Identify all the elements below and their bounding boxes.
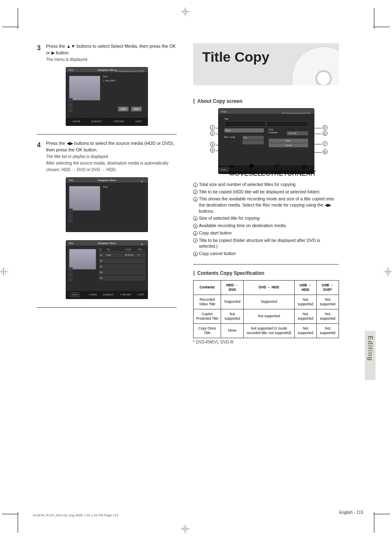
size-bar	[224, 121, 308, 127]
callout-4: 4	[210, 148, 215, 153]
step-3: 3 Press the ▲▼ buttons to select Select …	[37, 43, 177, 63]
move-icon: ⇔ MOVE	[72, 120, 80, 123]
anykey-button[interactable]: Anykey	[219, 168, 229, 171]
table-cell: Move	[221, 323, 244, 338]
size-val	[242, 140, 264, 144]
ui-screenshot-copy: Copy Free Recording 01:35 SP Title Dive	[218, 108, 314, 174]
step-note2: After selecting the source media, destin…	[46, 161, 168, 172]
table-cell: Not supported	[316, 309, 339, 323]
callout-3: 3	[210, 142, 215, 147]
crop-mark	[374, 8, 374, 29]
source-title: Dive	[224, 128, 264, 132]
source-row: Dive	[224, 128, 264, 132]
thumb-title: Dive	[103, 75, 145, 78]
cancel-button[interactable]: Cancel	[269, 143, 308, 147]
hdd-button[interactable]: HDD	[118, 107, 129, 111]
ui-screenshot-title-list: Title Navigation Menu No. Title	[66, 240, 148, 299]
table-header: DVD → HDD	[244, 280, 295, 295]
registration-mark	[181, 525, 190, 534]
free-rec-time: 01:35	[135, 70, 141, 72]
table-cell: Not supported	[316, 295, 339, 309]
legend-item: 7Title to be copied (folder structure wi…	[193, 237, 339, 249]
panel-title: Navigation Menu	[97, 178, 116, 183]
table-row[interactable]: 04	[99, 270, 145, 275]
crop-mark	[374, 514, 390, 514]
sidebar-icons	[69, 98, 73, 113]
footer-path: 01187A_R125_XEU-02_eng 2005.7.26 1:28 PM…	[33, 513, 118, 517]
select-icon: ✽ SELECT	[91, 120, 101, 123]
clock-icon	[69, 214, 73, 218]
callout-5: 5	[323, 125, 327, 130]
tab: Title	[69, 179, 73, 181]
crop-mark	[2, 514, 18, 514]
table-row[interactable]: 05	[99, 276, 145, 281]
exit-label: EXIT	[140, 293, 144, 296]
move-label: MOVE	[91, 293, 97, 296]
divider	[193, 264, 339, 265]
section-tab-label: Editing	[365, 331, 374, 361]
col-no: No.	[99, 248, 106, 251]
clock-icon	[69, 103, 73, 107]
image-icon	[69, 218, 73, 223]
recmode-row: Rec. mode FR	[224, 136, 264, 140]
subhead-spec: Contents Copy Specification	[193, 270, 339, 276]
ui-screenshot-title-panel: Title Navigation Menu Dive	[66, 177, 148, 232]
step-num: 4	[37, 140, 41, 150]
select-label: SELECT	[106, 293, 113, 296]
crop-mark	[18, 8, 18, 29]
callout-1: 1	[210, 125, 215, 130]
table-row[interactable]: 01Dive00:00:210	[99, 253, 145, 258]
sidebar-icons	[69, 267, 73, 282]
table-header: USB → DVD*	[316, 280, 339, 295]
spec-table: ContentsHDD → DVDDVD → HDDUSB → HDDUSB →…	[193, 280, 339, 338]
panel-title: Navigation Menu	[97, 67, 116, 72]
table-row: Copy Once TitleMoveNot supported (V mode…	[194, 323, 339, 338]
start-button[interactable]: Start	[269, 139, 308, 143]
exit-icon: ⊖ EXIT	[135, 120, 142, 123]
image-icon	[69, 108, 73, 112]
table-cell: Not supported	[294, 323, 316, 338]
legend-item: 1Total size and number of selected title…	[193, 181, 339, 188]
crop-mark	[2, 27, 18, 27]
table-row[interactable]: 02	[99, 258, 145, 263]
subhead-about-copy: About Copy screen	[193, 98, 339, 104]
registration-mark	[384, 267, 392, 276]
tab: Title	[69, 242, 73, 244]
divider	[37, 307, 177, 308]
legend-item: 4Size of selected title for copying	[193, 215, 339, 221]
recmode-val[interactable]: FR	[242, 136, 264, 140]
tab-disc: Disc	[69, 69, 74, 71]
legend-list: 1Total size and number of selected title…	[193, 181, 339, 257]
file-icon	[69, 209, 73, 213]
clock-icon	[69, 272, 73, 276]
soft-key-bar: ⇔ MOVE ✽ SELECT ↶ RETURN ⊖ EXIT	[66, 117, 148, 125]
table-row[interactable]: 03	[99, 264, 145, 269]
ui-screenshot-select-media: Disc Navigation Menu Free Recording 01:3…	[66, 67, 148, 126]
sidebar-icons	[69, 209, 73, 223]
callout-6: 6	[323, 131, 327, 136]
page-number: English - 115	[339, 510, 363, 515]
soft-key-bar: Anykey ⇔ MOVE ✽ SELECT ↶ RETURN ⊖ EXIT	[219, 165, 314, 174]
section-title-box: Title Copy	[193, 43, 339, 85]
callout-8: 8	[323, 149, 327, 154]
section-tab: Editing	[365, 331, 376, 380]
table-cell: Not supported (V mode recorded title: no…	[244, 323, 295, 338]
col-title: Title	[106, 248, 125, 251]
step-note: The title list or playlist is displayed.	[46, 154, 109, 159]
legend-item: 2Title to be copied (HDD title will be d…	[193, 189, 339, 195]
dvd-button[interactable]: DVD	[131, 107, 142, 111]
table-cell: Copy Once Title	[194, 323, 221, 338]
soft-key-bar: Anykey ⇕ MOVE ✽ SELECT ↶ RETURN ⊖ EXIT	[66, 290, 148, 299]
table-row: Copies Protected TitleNot supportedNot s…	[194, 309, 339, 323]
legend-item: 6Copy start button	[193, 230, 339, 236]
table-cell: Copies Protected Title	[194, 309, 221, 323]
file-icon	[69, 267, 73, 272]
divider	[37, 134, 177, 135]
table-cell: Not supported	[316, 323, 339, 338]
callout-2: 2	[210, 131, 215, 136]
anykey-button[interactable]: Anykey	[69, 293, 80, 297]
legend-item: 5Available recording time on destination…	[193, 223, 339, 229]
registration-mark	[0, 267, 8, 276]
return-label: RETURN	[122, 293, 131, 296]
panel-title: Navigation Menu	[97, 241, 116, 246]
